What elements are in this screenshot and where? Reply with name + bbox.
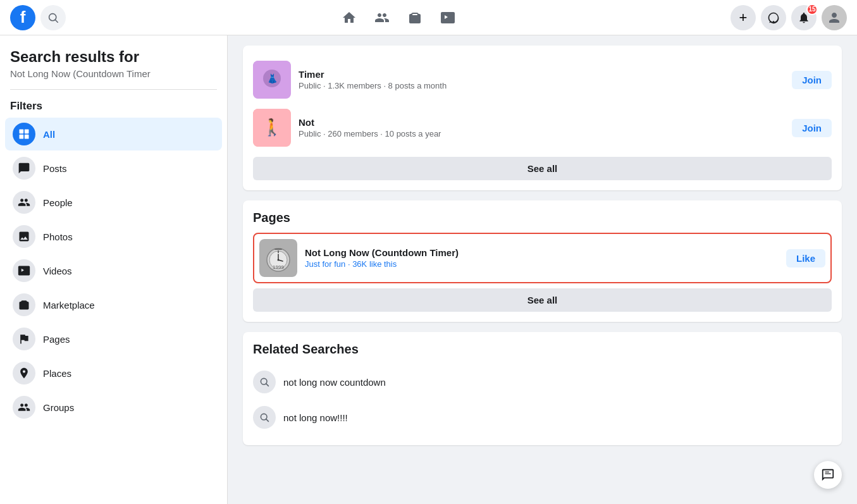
left-sidebar: Search results for Not Long Now (Countdo… [0, 35, 228, 504]
group-action-not: Join [792, 119, 832, 137]
posts-label: Posts [43, 163, 67, 174]
group-thumb-timer: 👗 [253, 61, 291, 99]
messenger-button[interactable] [761, 5, 786, 30]
groups-label: Groups [43, 402, 74, 413]
page-info: Not Long Now (Countdown Timer) Just for … [305, 247, 779, 269]
people-label: People [43, 197, 73, 208]
related-search-text-2: not long now!!!! [283, 412, 348, 423]
pages-label: Pages [43, 334, 70, 345]
like-page-button[interactable]: Like [786, 249, 825, 267]
group-action-timer: Join [792, 71, 832, 89]
svg-line-21 [266, 383, 268, 386]
svg-text:👗: 👗 [267, 73, 278, 84]
videos-icon [13, 259, 35, 282]
sidebar-item-videos[interactable]: Videos [5, 254, 222, 287]
pages-section-title: Pages [253, 211, 832, 225]
group-thumb-not: 🚶 [253, 109, 291, 147]
related-search-icon-2 [253, 406, 276, 429]
videos-label: Videos [43, 266, 72, 276]
page-thumb: 1999 [259, 239, 297, 277]
sidebar-item-groups[interactable]: Groups [5, 391, 222, 424]
page-layout: Search results for Not Long Now (Countdo… [0, 35, 857, 504]
places-label: Places [43, 368, 71, 379]
marketplace-label: Marketplace [43, 300, 95, 310]
facebook-logo[interactable]: f [10, 5, 35, 30]
pages-see-all-button[interactable]: See all [253, 288, 832, 312]
sidebar-item-pages[interactable]: Pages [5, 323, 222, 355]
pages-icon [13, 328, 35, 350]
search-results-title: Search results for [5, 43, 222, 68]
sidebar-item-all[interactable]: All [5, 118, 222, 151]
nav-right: + 15 [731, 5, 847, 30]
group-result-timer[interactable]: 👗 Timer Public · 1.3K members · 8 posts … [253, 56, 832, 104]
related-search-2[interactable]: not long now!!!! [253, 400, 832, 435]
user-avatar[interactable] [822, 5, 847, 30]
group-name-not: Not [299, 117, 784, 128]
places-icon [13, 362, 35, 384]
sidebar-item-marketplace[interactable]: Marketplace [5, 288, 222, 321]
join-timer-button[interactable]: Join [792, 71, 832, 89]
search-query: Not Long Now (Countdown Timer [5, 68, 222, 87]
page-meta: Just for fun · 36K like this [305, 259, 779, 269]
photos-label: Photos [43, 231, 73, 242]
nav-center [71, 3, 725, 33]
related-searches-section: Related Searches not long now countdown [243, 332, 842, 445]
group-name-timer: Timer [299, 69, 784, 80]
posts-icon [13, 157, 35, 180]
nav-home-button[interactable] [334, 3, 364, 33]
pages-section: Pages 1999 [243, 200, 842, 322]
group-info-not: Not Public · 260 members · 10 posts a ye… [299, 117, 784, 138]
svg-rect-4 [20, 135, 24, 139]
filters-label: Filters [5, 97, 222, 118]
join-not-button[interactable]: Join [792, 119, 832, 137]
notification-count: 15 [806, 4, 818, 15]
photos-icon [13, 225, 35, 248]
nav-marketplace-button[interactable] [400, 3, 430, 33]
nav-watch-button[interactable] [433, 3, 463, 33]
group-result-not[interactable]: 🚶 Not Public · 260 members · 10 posts a … [253, 104, 832, 152]
notifications-button[interactable]: 15 [791, 5, 817, 30]
svg-line-23 [266, 419, 268, 421]
nav-people-button[interactable] [367, 3, 397, 33]
add-button[interactable]: + [731, 5, 756, 30]
related-searches-title: Related Searches [253, 342, 832, 357]
group-meta-timer: Public · 1.3K members · 8 posts a month [299, 81, 784, 90]
sidebar-divider [10, 89, 217, 90]
groups-icon [13, 396, 35, 419]
sidebar-item-photos[interactable]: Photos [5, 220, 222, 253]
related-search-icon-1 [253, 371, 276, 393]
sidebar-item-posts[interactable]: Posts [5, 152, 222, 185]
related-search-1[interactable]: not long now countdown [253, 364, 832, 400]
marketplace-icon [13, 293, 35, 316]
highlighted-page-row[interactable]: 1999 Not Long Now (Countdown Timer) Just… [253, 233, 832, 283]
group-meta-not: Public · 260 members · 10 posts a year [299, 129, 784, 138]
page-name: Not Long Now (Countdown Timer) [305, 247, 779, 258]
people-icon [13, 191, 35, 214]
sidebar-item-people[interactable]: People [5, 186, 222, 219]
chat-compose-button[interactable] [814, 461, 842, 489]
all-icon [13, 123, 35, 145]
groups-see-all-button[interactable]: See all [253, 157, 832, 180]
main-content: 👗 Timer Public · 1.3K members · 8 posts … [228, 35, 857, 504]
svg-rect-2 [20, 130, 24, 134]
groups-section: 👗 Timer Public · 1.3K members · 8 posts … [243, 46, 842, 190]
group-info-timer: Timer Public · 1.3K members · 8 posts a … [299, 69, 784, 90]
svg-rect-3 [25, 130, 29, 134]
svg-rect-5 [25, 135, 29, 139]
search-box[interactable] [40, 5, 66, 30]
page-action: Like [786, 249, 825, 267]
related-search-text-1: not long now countdown [283, 377, 386, 388]
svg-text:🚶: 🚶 [262, 117, 283, 137]
svg-line-1 [55, 20, 58, 22]
all-label: All [43, 129, 55, 140]
svg-point-18 [278, 259, 280, 261]
sidebar-item-places[interactable]: Places [5, 357, 222, 390]
nav-left: f [10, 5, 66, 30]
top-navigation: f + [0, 0, 857, 35]
svg-text:1999: 1999 [273, 264, 284, 270]
